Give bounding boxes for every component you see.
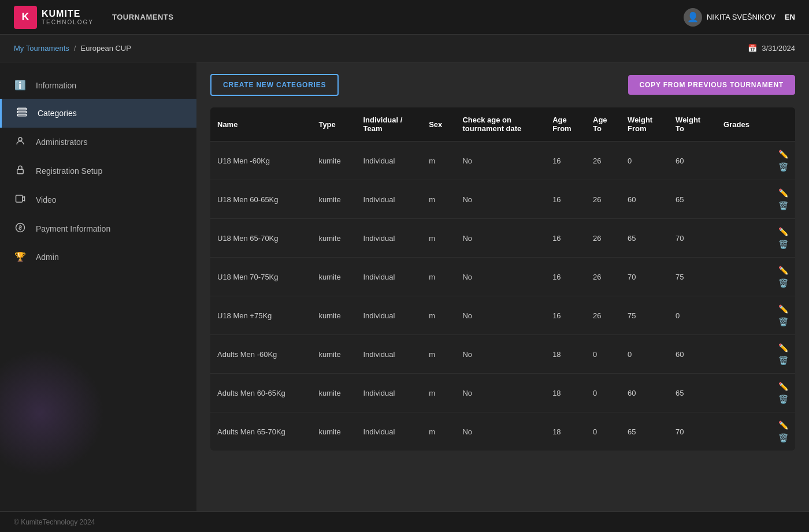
categories-table: Name Type Individual /Team Sex Check age… bbox=[210, 107, 795, 451]
table-row: U18 Men +75Kg kumite Individual m No 16 … bbox=[210, 296, 795, 335]
edit-icon[interactable]: ✏️ bbox=[778, 188, 788, 198]
avatar: 👤 bbox=[684, 8, 702, 27]
date-display: 📅 3/31/2024 bbox=[748, 44, 795, 53]
delete-icon[interactable]: 🗑️ bbox=[778, 317, 788, 326]
col-individual-team: Individual /Team bbox=[356, 107, 422, 142]
cell-age-to: 0 bbox=[586, 374, 621, 412]
cell-actions: ✏️ 🗑️ bbox=[766, 374, 795, 412]
delete-icon[interactable]: 🗑️ bbox=[778, 162, 788, 172]
logo-sub: TECHNOLOGY bbox=[42, 19, 94, 25]
sidebar-item-video[interactable]: Video bbox=[0, 185, 196, 214]
create-new-categories-button[interactable]: CREATE NEW CATEGORIES bbox=[210, 74, 339, 96]
cell-grades bbox=[717, 374, 766, 412]
delete-icon[interactable]: 🗑️ bbox=[778, 240, 788, 249]
sidebar-label-administrators: Administrators bbox=[36, 137, 87, 147]
cell-type: kumite bbox=[311, 412, 356, 451]
cell-individual-team: Individual bbox=[356, 296, 422, 335]
cell-age-to: 0 bbox=[586, 412, 621, 451]
sidebar-item-admin[interactable]: 🏆 Admin bbox=[0, 243, 196, 270]
cell-type: kumite bbox=[311, 142, 356, 180]
edit-icon[interactable]: ✏️ bbox=[778, 304, 788, 314]
edit-icon[interactable]: ✏️ bbox=[778, 150, 788, 159]
edit-icon[interactable]: ✏️ bbox=[778, 421, 788, 430]
cell-individual-team: Individual bbox=[356, 258, 422, 296]
cell-grades bbox=[717, 412, 766, 451]
svg-rect-5 bbox=[16, 195, 23, 202]
sidebar-item-categories[interactable]: Categories bbox=[0, 99, 196, 128]
sidebar-item-registration-setup[interactable]: Registration Setup bbox=[0, 157, 196, 185]
col-age-from: AgeFrom bbox=[545, 107, 586, 142]
language-selector[interactable]: EN bbox=[785, 13, 795, 21]
cell-actions: ✏️ 🗑️ bbox=[766, 258, 795, 296]
sidebar-label-admin: Admin bbox=[36, 252, 59, 262]
copy-from-previous-tournament-button[interactable]: COPY FROM PREVIOUS TOURNAMENT bbox=[628, 75, 795, 95]
svg-rect-2 bbox=[18, 114, 27, 116]
calendar-icon: 📅 bbox=[748, 44, 757, 53]
col-age-to: AgeTo bbox=[586, 107, 621, 142]
cell-age-to: 26 bbox=[586, 296, 621, 335]
cell-sex: m bbox=[422, 219, 455, 258]
cell-sex: m bbox=[422, 258, 455, 296]
footer-copyright: © KumiteTechnology 2024 bbox=[14, 518, 95, 526]
cell-check-age: No bbox=[455, 335, 545, 374]
user-info[interactable]: 👤 NIKITA SVEŠNIKOV bbox=[684, 8, 775, 27]
lock-icon bbox=[14, 165, 27, 177]
delete-icon[interactable]: 🗑️ bbox=[778, 395, 788, 404]
breadcrumb-my-tournaments[interactable]: My Tournaments bbox=[14, 44, 69, 53]
cell-grades bbox=[717, 296, 766, 335]
table-row: Adults Men -60Kg kumite Individual m No … bbox=[210, 335, 795, 374]
cell-age-from: 18 bbox=[545, 374, 586, 412]
cell-check-age: No bbox=[455, 180, 545, 219]
delete-icon[interactable]: 🗑️ bbox=[778, 278, 788, 288]
sidebar-item-information[interactable]: ℹ️ Information bbox=[0, 72, 196, 99]
cell-name: Adults Men 60-65Kg bbox=[210, 374, 311, 412]
delete-icon[interactable]: 🗑️ bbox=[778, 356, 788, 365]
cell-type: kumite bbox=[311, 296, 356, 335]
user-name: NIKITA SVEŠNIKOV bbox=[707, 13, 775, 21]
table-header-row: Name Type Individual /Team Sex Check age… bbox=[210, 107, 795, 142]
cell-type: kumite bbox=[311, 335, 356, 374]
breadcrumb-current: European CUP bbox=[80, 44, 131, 53]
sidebar-item-payment-information[interactable]: Payment Information bbox=[0, 214, 196, 243]
sidebar: ℹ️ Information Categories Administrators bbox=[0, 62, 196, 511]
svg-point-3 bbox=[18, 137, 22, 141]
cell-sex: m bbox=[422, 335, 455, 374]
cell-actions: ✏️ 🗑️ bbox=[766, 180, 795, 219]
cell-type: kumite bbox=[311, 374, 356, 412]
cell-check-age: No bbox=[455, 219, 545, 258]
logo-icon: K bbox=[14, 6, 37, 29]
col-type: Type bbox=[311, 107, 356, 142]
cell-actions: ✏️ 🗑️ bbox=[766, 335, 795, 374]
col-weight-from: WeightFrom bbox=[621, 107, 669, 142]
breadcrumb-bar: My Tournaments / European CUP 📅 3/31/202… bbox=[0, 35, 809, 62]
content-toolbar: CREATE NEW CATEGORIES COPY FROM PREVIOUS… bbox=[210, 74, 795, 96]
cell-actions: ✏️ 🗑️ bbox=[766, 219, 795, 258]
sidebar-label-video: Video bbox=[36, 195, 57, 204]
cell-sex: m bbox=[422, 374, 455, 412]
cell-individual-team: Individual bbox=[356, 374, 422, 412]
cell-check-age: No bbox=[455, 412, 545, 451]
edit-icon[interactable]: ✏️ bbox=[778, 343, 788, 352]
cell-name: Adults Men -60Kg bbox=[210, 335, 311, 374]
svg-rect-1 bbox=[18, 111, 27, 113]
cell-grades bbox=[717, 180, 766, 219]
logo[interactable]: K KUMITE TECHNOLOGY bbox=[14, 6, 94, 29]
sidebar-item-administrators[interactable]: Administrators bbox=[0, 128, 196, 157]
cell-type: kumite bbox=[311, 219, 356, 258]
edit-icon[interactable]: ✏️ bbox=[778, 227, 788, 236]
cell-age-from: 16 bbox=[545, 296, 586, 335]
delete-icon[interactable]: 🗑️ bbox=[778, 433, 788, 442]
cell-grades bbox=[717, 335, 766, 374]
cell-weight-to: 70 bbox=[669, 412, 717, 451]
delete-icon[interactable]: 🗑️ bbox=[778, 201, 788, 210]
cell-check-age: No bbox=[455, 374, 545, 412]
cell-age-from: 16 bbox=[545, 219, 586, 258]
cell-actions: ✏️ 🗑️ bbox=[766, 142, 795, 180]
cell-individual-team: Individual bbox=[356, 219, 422, 258]
edit-icon[interactable]: ✏️ bbox=[778, 382, 788, 391]
nav-tournaments[interactable]: TOURNAMENTS bbox=[112, 13, 173, 21]
cell-age-from: 16 bbox=[545, 142, 586, 180]
administrators-icon bbox=[14, 136, 27, 148]
edit-icon[interactable]: ✏️ bbox=[778, 266, 788, 275]
col-sex: Sex bbox=[422, 107, 455, 142]
